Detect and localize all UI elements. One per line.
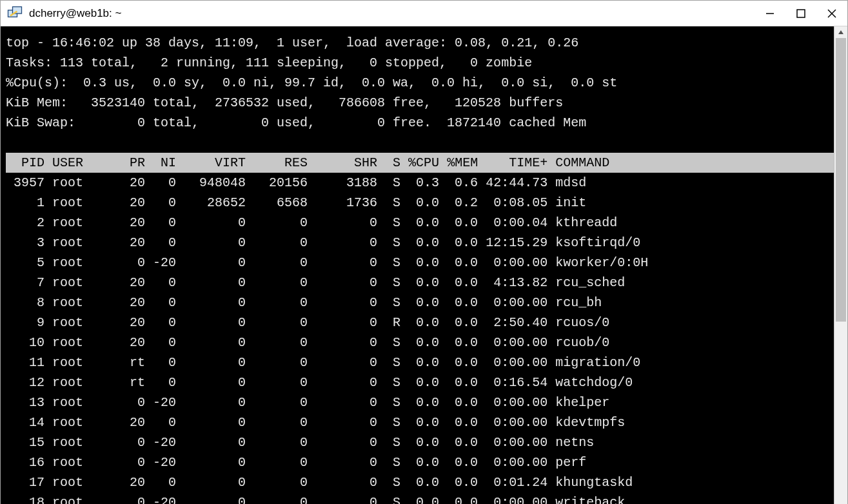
window-body: top - 16:46:02 up 38 days, 11:09, 1 user… — [1, 26, 847, 504]
process-row: 3 root200 0 0 0 S 0.0 0.012:15.29 ksofti… — [6, 233, 834, 253]
scrollbar-thumb[interactable] — [836, 38, 846, 322]
terminal-output[interactable]: top - 16:46:02 up 38 days, 11:09, 1 user… — [1, 26, 834, 504]
process-row: 10 root200 0 0 0 S 0.0 0.00:00.00 rcuob/… — [6, 333, 834, 353]
terminal-window: dcherry@web1b: ~ top - 16:46:02 up 38 da… — [0, 0, 848, 504]
process-table-header: PID USERPRNI VIRT RES SHR S %CPU %MEMTIM… — [6, 153, 834, 173]
process-row: 18 root0-20 0 0 0 S 0.0 0.00:00.00 write… — [6, 492, 834, 504]
process-row: 2 root200 0 0 0 S 0.0 0.00:00.04 kthread… — [6, 213, 834, 233]
process-row: 5 root0-20 0 0 0 S 0.0 0.00:00.00 kworke… — [6, 253, 834, 273]
process-row: 8 root200 0 0 0 S 0.0 0.00:00.00 rcu_bh — [6, 293, 834, 313]
process-row: 17 root200 0 0 0 S 0.0 0.00:01.24 khungt… — [6, 472, 834, 492]
process-row: 9 root200 0 0 0 R 0.0 0.02:50.40 rcuos/0 — [6, 313, 834, 333]
process-row: 1 root200 28652 6568 1736 S 0.0 0.20:08.… — [6, 193, 834, 213]
process-row: 13 root0-20 0 0 0 S 0.0 0.00:00.00 khelp… — [6, 393, 834, 412]
blank-line — [6, 133, 834, 153]
maximize-button[interactable] — [785, 1, 816, 26]
window-title: dcherry@web1b: ~ — [29, 7, 121, 20]
putty-icon — [6, 5, 24, 23]
process-row: 3957 root200 948048 20156 3188 S 0.3 0.6… — [6, 173, 834, 193]
scrollbar[interactable] — [834, 26, 847, 504]
titlebar[interactable]: dcherry@web1b: ~ — [1, 1, 847, 26]
process-row: 14 root200 0 0 0 S 0.0 0.00:00.00 kdevtm… — [6, 412, 834, 432]
close-button[interactable] — [816, 1, 847, 26]
summary-line: %Cpu(s): 0.3 us, 0.0 sy, 0.0 ni, 99.7 id… — [6, 73, 834, 93]
summary-line: top - 16:46:02 up 38 days, 11:09, 1 user… — [6, 33, 834, 53]
summary-line: Tasks: 113 total, 2 running, 111 sleepin… — [6, 53, 834, 73]
minimize-button[interactable] — [754, 1, 785, 26]
process-row: 12 rootrt0 0 0 0 S 0.0 0.00:16.54 watchd… — [6, 373, 834, 393]
summary-line: KiB Swap: 0 total, 0 used, 0 free. 18721… — [6, 113, 834, 133]
svg-rect-4 — [797, 10, 805, 17]
process-row: 15 root0-20 0 0 0 S 0.0 0.00:00.00 netns — [6, 432, 834, 452]
process-row: 16 root0-20 0 0 0 S 0.0 0.00:00.00 perf — [6, 452, 834, 472]
summary-line: KiB Mem: 3523140 total, 2736532 used, 78… — [6, 93, 834, 113]
scroll-down-button[interactable] — [834, 501, 841, 504]
process-row: 7 root200 0 0 0 S 0.0 0.04:13.82 rcu_sch… — [6, 273, 834, 293]
process-row: 11 rootrt0 0 0 0 S 0.0 0.00:00.00 migrat… — [6, 353, 834, 373]
scroll-up-button[interactable] — [834, 26, 847, 38]
